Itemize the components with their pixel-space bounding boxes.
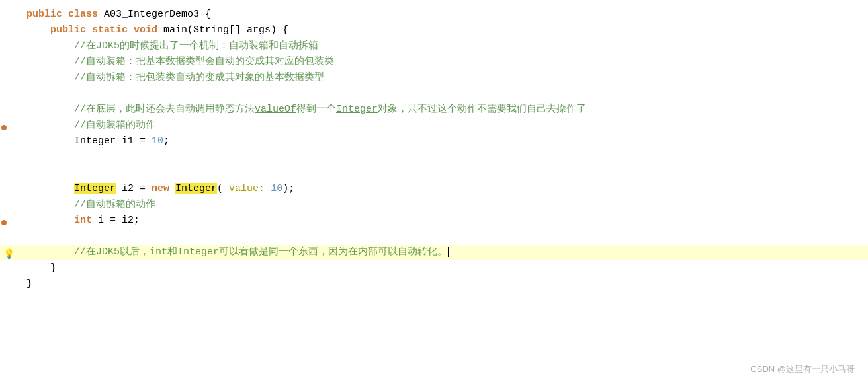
line-content-11 — [20, 165, 868, 181]
keyword-static: static — [92, 24, 128, 36]
code-line-2: public static void main(String[] args) { — [0, 22, 868, 38]
number-10-2: 10 — [271, 183, 282, 194]
dot-indicator-14 — [1, 220, 7, 225]
highlight-integer-new: Integer — [175, 183, 217, 194]
keyword-new: new — [152, 183, 169, 194]
code-line-8: //自动装箱的动作 — [0, 118, 868, 134]
line-content-1: public class A03_IntegerDemo3 { — [20, 7, 868, 22]
code-line-14: int i = i2; — [0, 213, 868, 229]
code-line-9: Integer i1 = 10; — [0, 134, 868, 149]
line-content-3: //在JDK5的时候提出了一个机制：自动装箱和自动拆箱 — [20, 38, 868, 54]
code-line-7: //在底层，此时还会去自动调用静态方法valueOf得到一个Integer对象，… — [0, 102, 868, 118]
code-line-13: //自动拆箱的动作 — [0, 197, 868, 213]
keyword-public: public — [26, 9, 62, 20]
number-10-1: 10 — [152, 135, 163, 147]
line-content-4: //自动装箱：把基本数据类型会自动的变成其对应的包装类 — [20, 54, 868, 70]
comment-2: //自动装箱：把基本数据类型会自动的变成其对应的包装类 — [74, 56, 334, 67]
code-line-12: Integer i2 = new Integer( value: 10); — [0, 181, 868, 197]
comment-5: //自动装箱的动作 — [74, 120, 155, 131]
comment-1: //在JDK5的时候提出了一个机制：自动装箱和自动拆箱 — [74, 40, 318, 52]
line-content-10 — [20, 149, 868, 165]
line-content-17: } — [20, 260, 868, 276]
code-line-5: //自动拆箱：把包装类自动的变成其对象的基本数据类型 — [0, 70, 868, 86]
comment-7: //在JDK5以后，int和Integer可以看做是同一个东西，因为在内部可以自… — [74, 247, 447, 258]
line-content-16: //在JDK5以后，int和Integer可以看做是同一个东西，因为在内部可以自… — [20, 245, 868, 260]
line-content-14: int i = i2; — [20, 213, 868, 229]
line-content-8: //自动装箱的动作 — [20, 118, 868, 134]
keyword-int: int — [74, 215, 92, 226]
line-content-15 — [20, 229, 868, 245]
text-cursor — [448, 247, 449, 257]
line-content-18: } — [20, 276, 868, 292]
dot-indicator-8 — [1, 125, 7, 130]
code-line-4: //自动装箱：把基本数据类型会自动的变成其对应的包装类 — [0, 54, 868, 70]
code-line-16: 💡 //在JDK5以后，int和Integer可以看做是同一个东西，因为在内部可… — [0, 245, 868, 260]
code-line-3: //在JDK5的时候提出了一个机制：自动装箱和自动拆箱 — [0, 38, 868, 54]
line-content-9: Integer i1 = 10; — [20, 134, 868, 149]
code-line-18: } — [0, 276, 868, 292]
line-content-5: //自动拆箱：把包装类自动的变成其对象的基本数据类型 — [20, 70, 868, 86]
watermark: CSDN @这里有一只小马呀 — [750, 363, 855, 375]
param-value: value: — [229, 183, 265, 194]
line-content-13: //自动拆箱的动作 — [20, 197, 868, 213]
comment-4: //在底层，此时还会去自动调用静态方法valueOf得到一个Integer对象，… — [74, 104, 586, 115]
code-line-17: } — [0, 260, 868, 276]
keyword-class: class — [68, 9, 98, 20]
code-line-10 — [0, 149, 868, 165]
classname: A03_IntegerDemo3 — [104, 9, 199, 20]
line-content-7: //在底层，此时还会去自动调用静态方法valueOf得到一个Integer对象，… — [20, 102, 868, 118]
line-content-2: public static void main(String[] args) { — [20, 22, 868, 38]
keyword-public2: public — [50, 24, 86, 36]
line-content-6 — [20, 86, 868, 102]
code-line-6 — [0, 86, 868, 102]
highlight-integer-i2: Integer — [74, 183, 116, 194]
keyword-void: void — [134, 24, 157, 36]
comment-6: //自动拆箱的动作 — [74, 199, 155, 210]
code-editor: public class A03_IntegerDemo3 { public s… — [0, 0, 868, 382]
comment-3: //自动拆箱：把包装类自动的变成其对象的基本数据类型 — [74, 72, 324, 83]
code-line-11 — [0, 165, 868, 181]
code-line-15 — [0, 229, 868, 245]
code-line-1: public class A03_IntegerDemo3 { — [0, 7, 868, 22]
line-content-12: Integer i2 = new Integer( value: 10); — [20, 181, 868, 197]
